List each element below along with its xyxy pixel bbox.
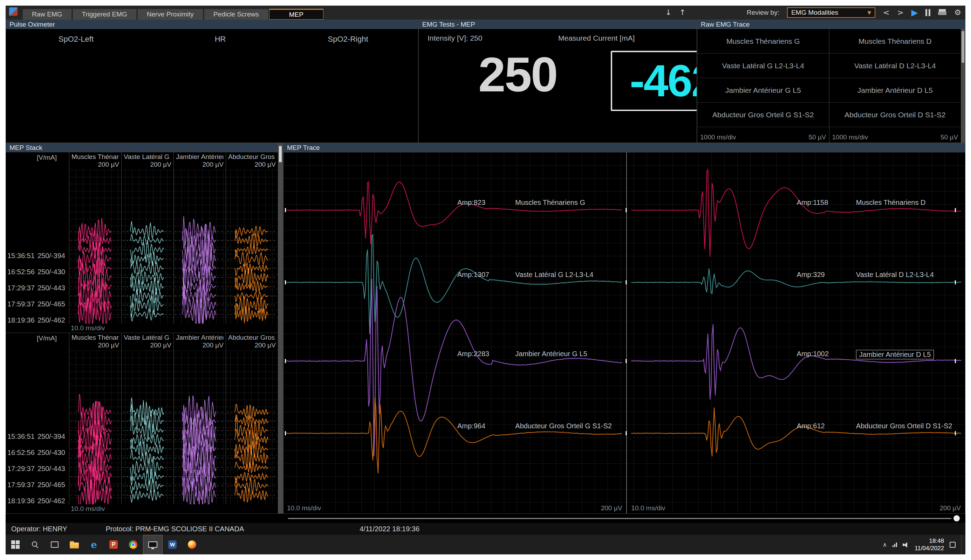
stack-channel-name: Jambier Antérieur G L5: [176, 334, 224, 342]
raw-emg-channel-row[interactable]: Muscles Thénariens G: [697, 29, 829, 53]
stack-channel-scale: 200 µV: [124, 342, 171, 349]
raw-emg-channel-row[interactable]: Jambier Antérieur G L5: [697, 78, 829, 103]
trace-amp-label: Amp:612: [797, 422, 825, 430]
raw-emg-title: Raw EMG Trace: [697, 20, 965, 29]
download-icon[interactable]: ↓: [665, 9, 671, 17]
firefox-button[interactable]: [182, 535, 202, 554]
stack-channel-header: Jambier Antérieur G L5 200 µV: [174, 333, 226, 350]
stack-channel-name: Jambier Antérieur G L5: [176, 153, 224, 161]
pause-button[interactable]: [926, 9, 930, 16]
stack-channel-name: Vaste Latéral G L2-L3-L4: [124, 153, 171, 161]
stack-sweep-row[interactable]: 16:52:56 250/-430: [7, 264, 69, 280]
raw-emg-channel-row[interactable]: Vaste Latéral D L2-L3-L4: [829, 53, 961, 78]
stack-channel-scale: 200 µV: [72, 342, 119, 349]
word-button[interactable]: W: [163, 535, 182, 554]
stack-channel-name: Vaste Latéral G L2-L3-L4: [124, 334, 171, 342]
monitor-icon: [148, 542, 157, 548]
raw-emg-panel: Raw EMG Trace Muscles Thénariens G Vaste…: [697, 20, 965, 143]
mep-trace-display[interactable]: Amp:823 Muscles Thénariens G Amp:1158 Mu…: [284, 152, 965, 513]
raw-emg-channel-row[interactable]: Jambier Antérieur D L5: [829, 78, 961, 103]
raw-emg-channel-row[interactable]: Muscles Thénariens D: [829, 29, 961, 53]
start-button[interactable]: [6, 535, 25, 554]
mep-stack-block-bottom: [V/mA] Muscles Thénariens G 200 µV Vaste…: [6, 333, 283, 513]
scrollbar-thumb[interactable]: [953, 515, 960, 522]
stack-sweep-row[interactable]: 17:29:37 250/-443: [7, 280, 69, 296]
trace-channel-label[interactable]: Abducteur Gros Orteil D S1-S2: [856, 422, 953, 430]
trace-channel-label[interactable]: Vaste Latéral G L2-L3-L4: [515, 271, 593, 279]
raw-left-time-scale: 1000 ms/div: [700, 133, 736, 141]
intensity-value: 250: [478, 50, 557, 99]
stack-sweep-row[interactable]: 18:19:36 250/-462: [7, 493, 69, 509]
stack-sweep-row[interactable]: 15:36:51 250/-394: [7, 428, 69, 445]
powerpoint-button[interactable]: P: [104, 535, 123, 554]
chrome-button[interactable]: [123, 535, 143, 554]
trace-channel-label[interactable]: Vaste Latéral D L2-L3-L4: [856, 271, 934, 279]
raw-emg-channel-row[interactable]: Abducteur Gros Orteil D S1-S2: [829, 103, 961, 127]
task-view-button[interactable]: [45, 535, 65, 554]
modality-tab[interactable]: Pedicle Screws: [204, 9, 269, 20]
trace-amp-label: Amp:1002: [797, 350, 829, 358]
tray-expand-icon[interactable]: ∧: [883, 541, 887, 548]
prev-button[interactable]: <: [883, 9, 889, 17]
play-button[interactable]: ▶: [911, 8, 918, 17]
sweep-time: 17:59:37: [7, 481, 37, 489]
sweep-intensity-current: 250/-465: [37, 481, 69, 489]
raw-emg-channel-label: Jambier Antérieur D L5: [858, 86, 933, 95]
scrollbar-track[interactable]: [288, 518, 951, 519]
trace-channel-label[interactable]: Abducteur Gros Orteil G S1-S2: [515, 422, 612, 430]
search-icon: [31, 540, 39, 549]
raw-right-time-scale: 1000 ms/div: [832, 133, 868, 141]
notification-center-icon[interactable]: [949, 542, 956, 548]
stack-waveform-area[interactable]: [69, 350, 278, 504]
sweep-intensity-current: 250/-443: [37, 284, 69, 292]
modality-tab[interactable]: Nerve Proximity: [137, 9, 203, 20]
modality-tab[interactable]: Triggered EMG: [73, 9, 137, 20]
folder-icon: [70, 542, 79, 548]
raw-emg-left-list: Muscles Thénariens G Vaste Latéral G L2-…: [697, 29, 829, 127]
status-bar: Operator: HENRY Protocol: PRM-EMG SCOLIO…: [6, 523, 965, 535]
stack-sweep-row[interactable]: 17:29:37 250/-443: [7, 460, 69, 477]
modality-tab[interactable]: MEP: [269, 9, 324, 20]
edge-browser-button[interactable]: e: [84, 535, 104, 554]
trace-channel-label-selected[interactable]: Jambier Antérieur D L5: [856, 350, 934, 359]
next-button[interactable]: >: [897, 9, 903, 17]
windows-taskbar: e P W ∧ 18:48 11/04/2022: [6, 535, 965, 554]
file-explorer-button[interactable]: [65, 535, 84, 554]
sweep-time: 17:29:37: [7, 465, 37, 473]
settings-gear-icon[interactable]: ⚙: [954, 9, 961, 17]
mep-stack-block-top: [V/mA] Muscles Thénariens G 200 µV Vaste…: [6, 152, 283, 333]
trace-channel-label[interactable]: Muscles Thénariens G: [515, 198, 585, 207]
stack-waveform-area[interactable]: [69, 170, 278, 323]
review-mode-dropdown[interactable]: EMG Modalities ▼: [787, 7, 875, 18]
mep-stack-title: MEP Stack: [6, 143, 283, 152]
stack-channel-name: Abducteur Gros Orteil G S1-S2: [228, 153, 276, 161]
raw-emg-channel-row[interactable]: Vaste Latéral G L2-L3-L4: [697, 53, 829, 78]
show-desktop-strip[interactable]: [961, 535, 964, 554]
upload-icon[interactable]: ↑: [679, 9, 686, 17]
network-icon[interactable]: [893, 542, 897, 547]
stack-sweep-row[interactable]: 18:19:36 250/-462: [7, 312, 69, 328]
taskbar-search-button[interactable]: [25, 535, 45, 554]
raw-emg-channel-label: Vaste Latéral G L2-L3-L4: [722, 62, 804, 70]
stack-sweep-row[interactable]: 16:52:56 250/-430: [7, 445, 69, 460]
stack-sweep-row[interactable]: 15:36:51 250/-394: [7, 248, 69, 264]
stack-sweep-row[interactable]: 17:59:37 250/-465: [7, 296, 69, 312]
trace-channel-label[interactable]: Jambier Antérieur G L5: [515, 350, 587, 358]
raw-emg-left-column: Muscles Thénariens G Vaste Latéral G L2-…: [697, 29, 829, 143]
volume-icon[interactable]: [903, 542, 909, 547]
modality-tab[interactable]: Raw EMG: [22, 9, 72, 20]
raw-right-amp-scale: 50 µV: [941, 133, 958, 141]
stack-sweep-row[interactable]: 17:59:37 250/-465: [7, 477, 69, 493]
raw-emg-scrollbar[interactable]: [961, 29, 965, 143]
stack-scrollbar[interactable]: [278, 143, 283, 513]
neuromonitoring-app-button[interactable]: [143, 535, 163, 554]
raw-emg-channel-label: Jambier Antérieur G L5: [725, 86, 801, 95]
raw-emg-channel-row[interactable]: Abducteur Gros Orteil G S1-S2: [697, 103, 829, 127]
trace-amp-label: Amp:964: [457, 422, 486, 430]
mep-trace-panel: MEP Trace Amp:823 Muscles Thénariens G A…: [283, 143, 965, 514]
raw-left-amp-scale: 50 µV: [808, 133, 826, 141]
print-button[interactable]: [938, 9, 946, 16]
stack-header-spacer: [6, 152, 37, 170]
trace-channel-label[interactable]: Muscles Thénariens D: [856, 198, 926, 207]
tray-clock[interactable]: 18:48 11/04/2022: [914, 537, 944, 552]
